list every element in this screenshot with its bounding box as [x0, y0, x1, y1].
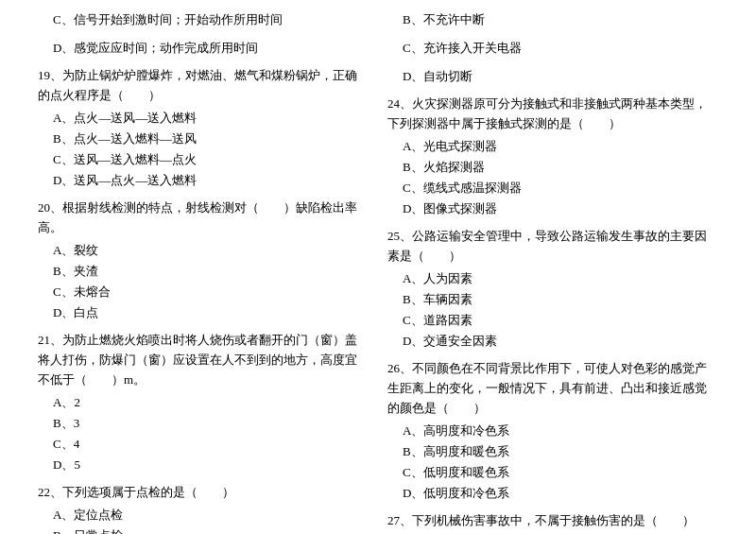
q24-option-c: C、缆线式感温探测器 — [387, 178, 718, 198]
q19-option-a: A、点火—送风—送入燃料 — [38, 108, 369, 129]
q24-option-d: D、图像式探测器 — [387, 198, 718, 219]
option-text: C、信号开始到激时间；开始动作所用时间 — [38, 9, 369, 30]
option-c-top2: C、充许接入开关电器 — [387, 38, 718, 59]
q26-option-d: D、低明度和冷色系 — [387, 483, 718, 504]
question-24-text: 24、火灾探测器原可分为接触式和非接触式两种基本类型，下列探测器中属于接触式探测… — [387, 95, 718, 134]
q21-option-a: A、2 — [38, 392, 369, 413]
question-19-text: 19、为防止锅炉炉膛爆炸，对燃油、燃气和煤粉锅炉，正确的点火程序是（ ） — [38, 66, 369, 106]
question-24: 24、火灾探测器原可分为接触式和非接触式两种基本类型，下列探测器中属于接触式探测… — [387, 95, 718, 219]
q25-option-d: D、交通安全因素 — [387, 331, 718, 352]
option-c-top: C、信号开始到激时间；开始动作所用时间 — [38, 9, 369, 30]
q24-option-b: B、火焰探测器 — [387, 157, 718, 178]
question-27-text: 27、下列机械伤害事故中，不属于接触伤害的是（ ） — [387, 511, 718, 531]
option-b-top: B、不充许中断 — [387, 9, 718, 30]
question-27: 27、下列机械伤害事故中，不属于接触伤害的是（ ） A、机械的锐边划割人体 B、… — [387, 511, 718, 534]
option-text: B、不充许中断 — [387, 9, 718, 30]
question-26: 26、不同颜色在不同背景比作用下，可使人对色彩的感觉产生距离上的变化，一般情况下… — [387, 359, 718, 504]
q20-option-b: B、夹渣 — [38, 261, 369, 282]
question-25: 25、公路运输安全管理中，导致公路运输发生事故的主要因素是（ ） A、人为因素 … — [387, 227, 718, 352]
q19-option-c: C、送风—送入燃料—点火 — [38, 149, 369, 170]
option-d-top2: D、自动切断 — [387, 66, 718, 87]
two-column-layout: C、信号开始到激时间；开始动作所用时间 D、感觉应应时间；动作完成所用时间 19… — [38, 9, 718, 534]
question-26-text: 26、不同颜色在不同背景比作用下，可使人对色彩的感觉产生距离上的变化，一般情况下… — [387, 359, 718, 418]
q22-option-a: A、定位点检 — [38, 505, 369, 525]
q21-option-c: C、4 — [38, 434, 369, 455]
question-22: 22、下列选项属于点检的是（ ） A、定位点检 B、日常点检 C、内部点检 D、… — [38, 483, 369, 534]
q24-option-a: A、光电式探测器 — [387, 136, 718, 157]
right-column: B、不充许中断 C、充许接入开关电器 D、自动切断 24、火灾探测器原可分为接触… — [387, 9, 718, 534]
question-21: 21、为防止燃烧火焰喷出时将人烧伤或者翻开的门（窗）盖将人打伤，防爆门（窗）应设… — [38, 331, 369, 475]
question-19: 19、为防止锅炉炉膛爆炸，对燃油、燃气和煤粉锅炉，正确的点火程序是（ ） A、点… — [38, 66, 369, 191]
q25-option-b: B、车辆因素 — [387, 289, 718, 310]
left-column: C、信号开始到激时间；开始动作所用时间 D、感觉应应时间；动作完成所用时间 19… — [38, 9, 369, 534]
question-22-text: 22、下列选项属于点检的是（ ） — [38, 483, 369, 503]
q26-option-c: C、低明度和暖色系 — [387, 462, 718, 483]
q25-option-a: A、人为因素 — [387, 268, 718, 289]
question-20: 20、根据射线检测的特点，射线检测对（ ）缺陷检出率高。 A、裂纹 B、夹渣 C… — [38, 198, 369, 323]
q20-option-c: C、未熔合 — [38, 282, 369, 302]
q25-option-c: C、道路因素 — [387, 310, 718, 331]
question-20-text: 20、根据射线检测的特点，射线检测对（ ）缺陷检出率高。 — [38, 198, 369, 238]
q22-option-b: B、日常点检 — [38, 525, 369, 534]
q19-option-b: B、点火—送入燃料—送风 — [38, 129, 369, 149]
question-25-text: 25、公路运输安全管理中，导致公路运输发生事故的主要因素是（ ） — [387, 227, 718, 267]
option-text: D、自动切断 — [387, 66, 718, 87]
question-21-text: 21、为防止燃烧火焰喷出时将人烧伤或者翻开的门（窗）盖将人打伤，防爆门（窗）应设… — [38, 331, 369, 389]
q26-option-b: B、高明度和暖色系 — [387, 441, 718, 462]
q21-option-d: D、5 — [38, 455, 369, 475]
q20-option-a: A、裂纹 — [38, 240, 369, 261]
q20-option-d: D、白点 — [38, 302, 369, 323]
q26-option-a: A、高明度和冷色系 — [387, 421, 718, 441]
option-d-top: D、感觉应应时间；动作完成所用时间 — [38, 38, 369, 59]
q19-option-d: D、送风—点火—送入燃料 — [38, 170, 369, 191]
q21-option-b: B、3 — [38, 413, 369, 434]
option-text: D、感觉应应时间；动作完成所用时间 — [38, 38, 369, 59]
page-content: C、信号开始到激时间；开始动作所用时间 D、感觉应应时间；动作完成所用时间 19… — [38, 9, 718, 534]
option-text: C、充许接入开关电器 — [387, 38, 718, 59]
